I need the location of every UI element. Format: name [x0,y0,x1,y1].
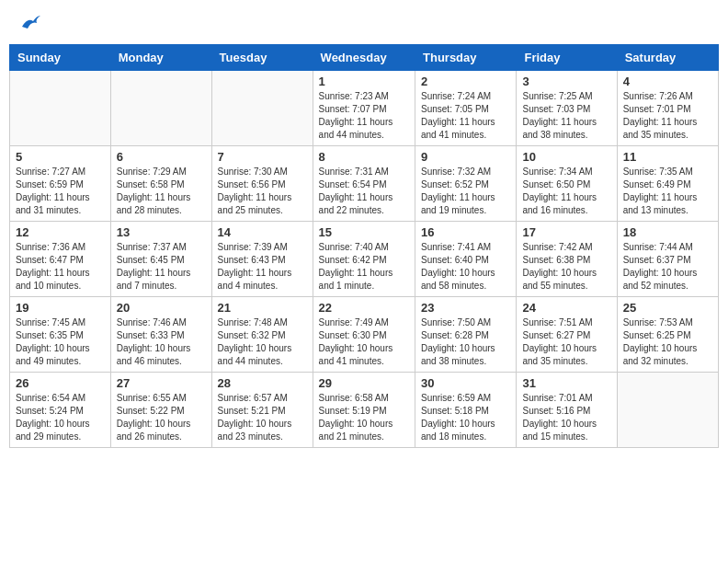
calendar-week-row: 26Sunrise: 6:54 AM Sunset: 5:24 PM Dayli… [10,373,719,448]
day-number: 18 [623,225,712,239]
day-info: Sunrise: 6:59 AM Sunset: 5:18 PM Dayligh… [421,392,510,443]
calendar-cell: 15Sunrise: 7:40 AM Sunset: 6:42 PM Dayli… [313,222,415,297]
calendar-cell: 18Sunrise: 7:44 AM Sunset: 6:37 PM Dayli… [617,222,718,297]
calendar-cell: 28Sunrise: 6:57 AM Sunset: 5:21 PM Dayli… [211,373,313,448]
calendar-cell: 25Sunrise: 7:53 AM Sunset: 6:25 PM Dayli… [617,297,718,373]
calendar-cell: 31Sunrise: 7:01 AM Sunset: 5:16 PM Dayli… [517,373,617,448]
day-info: Sunrise: 7:45 AM Sunset: 6:35 PM Dayligh… [16,316,105,368]
calendar-cell: 20Sunrise: 7:46 AM Sunset: 6:33 PM Dayli… [110,297,211,373]
calendar-cell [10,71,111,146]
day-info: Sunrise: 7:44 AM Sunset: 6:37 PM Dayligh… [623,241,712,293]
day-info: Sunrise: 7:46 AM Sunset: 6:33 PM Dayligh… [117,316,206,368]
calendar-cell: 7Sunrise: 7:30 AM Sunset: 6:56 PM Daylig… [211,146,313,222]
day-info: Sunrise: 7:49 AM Sunset: 6:30 PM Dayligh… [319,316,409,368]
calendar-cell: 23Sunrise: 7:50 AM Sunset: 6:28 PM Dayli… [415,297,517,373]
calendar-cell: 1Sunrise: 7:23 AM Sunset: 7:07 PM Daylig… [313,71,415,146]
day-of-week-header: Wednesday [313,45,415,71]
day-number: 5 [16,150,105,164]
day-number: 28 [218,376,307,390]
day-number: 29 [319,376,409,390]
calendar-cell: 3Sunrise: 7:25 AM Sunset: 7:03 PM Daylig… [517,71,617,146]
calendar-cell: 19Sunrise: 7:45 AM Sunset: 6:35 PM Dayli… [10,297,111,373]
day-info: Sunrise: 7:37 AM Sunset: 6:45 PM Dayligh… [117,241,206,293]
day-of-week-header: Tuesday [211,45,313,71]
day-info: Sunrise: 7:32 AM Sunset: 6:52 PM Dayligh… [421,166,510,217]
day-info: Sunrise: 7:35 AM Sunset: 6:49 PM Dayligh… [623,166,712,217]
day-info: Sunrise: 7:48 AM Sunset: 6:32 PM Dayligh… [218,316,307,368]
day-info: Sunrise: 6:57 AM Sunset: 5:21 PM Dayligh… [218,392,307,443]
calendar-table: SundayMondayTuesdayWednesdayThursdayFrid… [9,44,719,448]
day-number: 26 [16,376,105,390]
day-number: 27 [117,376,206,390]
day-number: 24 [522,301,610,315]
calendar-cell: 30Sunrise: 6:59 AM Sunset: 5:18 PM Dayli… [415,373,517,448]
day-info: Sunrise: 7:23 AM Sunset: 7:07 PM Dayligh… [319,90,409,142]
day-info: Sunrise: 6:58 AM Sunset: 5:19 PM Dayligh… [319,392,409,443]
day-info: Sunrise: 7:39 AM Sunset: 6:43 PM Dayligh… [218,241,307,293]
day-of-week-header: Thursday [415,45,517,71]
day-info: Sunrise: 7:30 AM Sunset: 6:56 PM Dayligh… [218,166,307,217]
day-info: Sunrise: 7:36 AM Sunset: 6:47 PM Dayligh… [16,241,105,293]
calendar-cell [617,373,718,448]
day-number: 23 [421,301,510,315]
day-info: Sunrise: 7:42 AM Sunset: 6:38 PM Dayligh… [522,241,610,293]
day-info: Sunrise: 7:40 AM Sunset: 6:42 PM Dayligh… [319,241,409,293]
day-info: Sunrise: 7:41 AM Sunset: 6:40 PM Dayligh… [421,241,510,293]
calendar-cell: 9Sunrise: 7:32 AM Sunset: 6:52 PM Daylig… [415,146,517,222]
day-info: Sunrise: 7:31 AM Sunset: 6:54 PM Dayligh… [319,166,409,217]
day-number: 19 [16,301,105,315]
day-info: Sunrise: 7:25 AM Sunset: 7:03 PM Dayligh… [522,90,610,142]
calendar-cell: 4Sunrise: 7:26 AM Sunset: 7:01 PM Daylig… [617,71,718,146]
calendar-cell: 10Sunrise: 7:34 AM Sunset: 6:50 PM Dayli… [517,146,617,222]
day-number: 6 [117,150,206,164]
day-number: 9 [421,150,510,164]
calendar-cell: 11Sunrise: 7:35 AM Sunset: 6:49 PM Dayli… [617,146,718,222]
day-info: Sunrise: 7:51 AM Sunset: 6:27 PM Dayligh… [522,316,610,368]
day-of-week-header: Sunday [10,45,111,71]
day-info: Sunrise: 7:53 AM Sunset: 6:25 PM Dayligh… [623,316,712,368]
day-number: 1 [319,75,409,88]
day-info: Sunrise: 7:50 AM Sunset: 6:28 PM Dayligh… [421,316,510,368]
calendar-cell: 17Sunrise: 7:42 AM Sunset: 6:38 PM Dayli… [517,222,617,297]
day-info: Sunrise: 7:34 AM Sunset: 6:50 PM Dayligh… [522,166,610,217]
calendar-header-row: SundayMondayTuesdayWednesdayThursdayFrid… [10,45,719,71]
day-number: 3 [522,75,610,88]
day-info: Sunrise: 7:24 AM Sunset: 7:05 PM Dayligh… [421,90,510,142]
calendar-cell: 29Sunrise: 6:58 AM Sunset: 5:19 PM Dayli… [313,373,415,448]
day-info: Sunrise: 7:26 AM Sunset: 7:01 PM Dayligh… [623,90,712,142]
day-number: 16 [421,225,510,239]
day-info: Sunrise: 7:29 AM Sunset: 6:58 PM Dayligh… [117,166,206,217]
day-number: 4 [623,75,712,88]
day-number: 11 [623,150,712,164]
page-header [9,9,719,35]
calendar-cell: 21Sunrise: 7:48 AM Sunset: 6:32 PM Dayli… [211,297,313,373]
calendar-week-row: 1Sunrise: 7:23 AM Sunset: 7:07 PM Daylig… [10,71,719,146]
day-number: 2 [421,75,510,88]
day-number: 13 [117,225,206,239]
calendar-cell: 12Sunrise: 7:36 AM Sunset: 6:47 PM Dayli… [10,222,111,297]
day-number: 31 [522,376,610,390]
logo-icon [20,14,40,30]
day-number: 15 [319,225,409,239]
calendar-cell: 16Sunrise: 7:41 AM Sunset: 6:40 PM Dayli… [415,222,517,297]
day-of-week-header: Saturday [617,45,718,71]
day-info: Sunrise: 7:01 AM Sunset: 5:16 PM Dayligh… [522,392,610,443]
calendar-cell: 8Sunrise: 7:31 AM Sunset: 6:54 PM Daylig… [313,146,415,222]
day-number: 30 [421,376,510,390]
day-of-week-header: Friday [517,45,617,71]
logo [18,14,40,30]
day-number: 21 [218,301,307,315]
day-number: 22 [319,301,409,315]
day-number: 20 [117,301,206,315]
day-number: 25 [623,301,712,315]
calendar-cell: 22Sunrise: 7:49 AM Sunset: 6:30 PM Dayli… [313,297,415,373]
day-number: 7 [218,150,307,164]
calendar-cell: 26Sunrise: 6:54 AM Sunset: 5:24 PM Dayli… [10,373,111,448]
day-info: Sunrise: 6:54 AM Sunset: 5:24 PM Dayligh… [16,392,105,443]
day-number: 8 [319,150,409,164]
day-number: 14 [218,225,307,239]
calendar-cell: 5Sunrise: 7:27 AM Sunset: 6:59 PM Daylig… [10,146,111,222]
day-info: Sunrise: 7:27 AM Sunset: 6:59 PM Dayligh… [16,166,105,217]
calendar-cell: 24Sunrise: 7:51 AM Sunset: 6:27 PM Dayli… [517,297,617,373]
calendar-week-row: 5Sunrise: 7:27 AM Sunset: 6:59 PM Daylig… [10,146,719,222]
